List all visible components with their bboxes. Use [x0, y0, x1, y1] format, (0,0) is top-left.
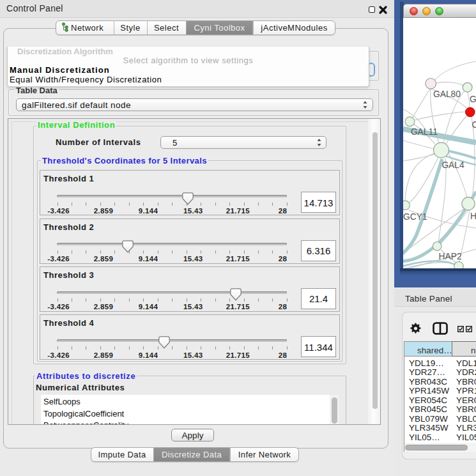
svg-text:GAL4: GAL4	[441, 160, 464, 170]
svg-text:CY: CY	[472, 120, 476, 130]
svg-text:GAL80: GAL80	[433, 89, 461, 99]
svg-text:GA: GA	[470, 95, 476, 104]
svg-text:GAL11: GAL11	[411, 127, 438, 137]
svg-text:HS: HS	[470, 211, 476, 221]
svg-text:GCY1: GCY1	[403, 212, 427, 222]
svg-text:HAP2: HAP2	[439, 252, 462, 261]
